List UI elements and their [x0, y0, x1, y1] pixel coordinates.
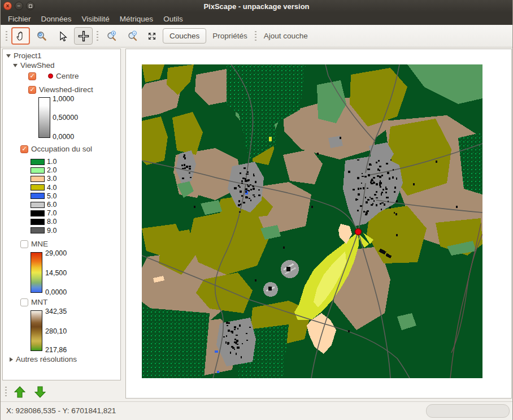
tree-node-viewshed-direct[interactable]: ✓ Viewshed-direct: [28, 85, 93, 94]
tree-node-mnt[interactable]: MNT: [20, 298, 47, 306]
centre-checkbox[interactable]: ✓: [28, 72, 36, 80]
cursor-coordinates: X: 928086,535 - Y: 6701841,821: [6, 406, 116, 415]
zoom-fit-button[interactable]: [144, 27, 160, 45]
legend-class-value: 2.0: [47, 167, 56, 174]
legend-class-row: 2.0: [31, 167, 56, 174]
tree-node-viewshed[interactable]: ViewShed: [13, 61, 55, 70]
ramp-max-label: 29,000: [45, 250, 67, 257]
menu-item[interactable]: Fichier: [3, 14, 36, 24]
legend-class-swatch: [31, 202, 45, 208]
legend-class-swatch: [31, 210, 45, 217]
tree-label-centre: Centre: [56, 72, 79, 80]
legend-class-swatch: [31, 193, 45, 199]
pan-tool-button[interactable]: [11, 27, 30, 45]
occupation-checkbox[interactable]: ✓: [20, 145, 28, 153]
tree-label-occupation: Occupation du sol: [31, 145, 92, 153]
zoom-in-button[interactable]: [102, 27, 121, 45]
viewshed-direct-checkbox[interactable]: ✓: [28, 86, 36, 94]
maximize-button[interactable]: [26, 2, 34, 10]
zoom-in-icon: [106, 31, 118, 42]
menu-item[interactable]: Outils: [158, 14, 188, 24]
expander-icon[interactable]: [6, 54, 11, 58]
legend-class-swatch: [31, 167, 45, 174]
map-view[interactable]: [142, 64, 482, 378]
legend-class-row: 9.0: [31, 227, 56, 234]
magnifier-region-icon: [36, 31, 47, 42]
menu-item[interactable]: Visibilité: [77, 14, 115, 24]
legend-class-swatch: [31, 227, 45, 233]
legend-class-value: 5.0: [47, 193, 56, 200]
legend-class-value: 6.0: [47, 201, 56, 208]
move-layer-up-button[interactable]: [13, 385, 27, 399]
toolbar-grip[interactable]: [6, 31, 7, 41]
select-tool-button[interactable]: [53, 27, 72, 45]
legend-class-row: 1.0: [31, 158, 56, 165]
toolbar-grip[interactable]: [5, 387, 7, 397]
ramp-min-label: 0,0000: [45, 289, 67, 296]
legend-class-row: 3.0: [31, 175, 56, 182]
layer-tree-panel: Project1 ViewShed ✓ Centre ✓ Viewshed-di…: [2, 49, 121, 380]
ramp-max-label: 1,0000: [53, 96, 74, 103]
legend-class-swatch: [31, 184, 45, 190]
toolbar-grip[interactable]: [97, 31, 98, 41]
tree-node-occupation[interactable]: ✓ Occupation du sol: [20, 145, 92, 153]
legend-class-swatch: [31, 159, 45, 165]
layer-order-toolbar: [2, 383, 121, 400]
zoom-region-button[interactable]: [32, 27, 51, 45]
tree-node-mne[interactable]: MNE: [20, 240, 48, 248]
tree-node-autres-resolutions[interactable]: Autres résolutions: [10, 355, 77, 363]
tab-couches[interactable]: Couches: [163, 28, 206, 44]
legend-class-row: 4.0: [31, 184, 56, 191]
menu-item[interactable]: Métriques: [115, 14, 158, 24]
crosshair-tool-button[interactable]: [74, 27, 93, 45]
expand-icon: [147, 31, 157, 41]
toolbar-grip[interactable]: [255, 31, 256, 41]
zoom-out-icon: [127, 31, 138, 42]
centre-point-marker[interactable]: [355, 229, 362, 235]
ramp-min-label: 0,0000: [53, 133, 74, 141]
mnt-checkbox[interactable]: [20, 298, 28, 306]
legend-class-row: 8.0: [31, 218, 56, 225]
tree-label-mnt: MNT: [31, 298, 47, 306]
menu-item[interactable]: Données: [36, 14, 77, 24]
viewshed-color-ramp: [38, 97, 50, 138]
map-panel: [125, 49, 512, 399]
hand-icon: [15, 31, 27, 42]
tab-proprietes[interactable]: Propriétés: [208, 29, 252, 43]
expander-icon[interactable]: [13, 64, 18, 67]
cursor-icon: [57, 31, 68, 42]
legend-class-value: 8.0: [47, 218, 56, 225]
centre-point-icon: [48, 73, 53, 79]
menubar: FichierDonnéesVisibilitéMétriquesOutils: [1, 12, 512, 25]
legend-class-value: 1.0: [47, 158, 56, 165]
legend-class-row: 7.0: [31, 210, 56, 217]
ramp-mid-label: 14,500: [45, 270, 67, 277]
tree-label-viewshed-direct: Viewshed-direct: [39, 85, 93, 94]
toolbar: Couches Propriétés Ajout couche: [1, 25, 512, 47]
ramp-min-label: 217,86: [45, 347, 67, 354]
tree-node-centre[interactable]: ✓ Centre: [28, 72, 79, 80]
tree-node-project[interactable]: Project1: [6, 51, 42, 60]
mnt-color-ramp: [31, 310, 42, 351]
titlebar: × − PixScape - unpackage version: [1, 0, 512, 12]
zoom-out-button[interactable]: [123, 27, 142, 45]
close-button[interactable]: ×: [3, 2, 12, 10]
statusbar: X: 928086,535 - Y: 6701841,821: [1, 401, 512, 420]
legend-class-value: 3.0: [47, 175, 56, 182]
mne-checkbox[interactable]: [20, 240, 28, 248]
legend-class-value: 7.0: [47, 210, 56, 217]
expander-icon[interactable]: [10, 357, 13, 362]
ajout-couche-button[interactable]: Ajout couche: [259, 29, 312, 43]
legend-class-swatch: [31, 176, 45, 182]
legend-class-swatch: [31, 219, 45, 225]
ramp-max-label: 342,35: [45, 308, 67, 315]
minimize-button[interactable]: −: [15, 2, 23, 10]
move-layer-down-button[interactable]: [33, 385, 47, 399]
crosshair-icon: [77, 30, 90, 42]
ramp-mid-label: 280,10: [45, 328, 67, 335]
legend-class-value: 4.0: [47, 184, 56, 191]
tree-label-project: Project1: [14, 51, 42, 60]
mne-color-ramp: [31, 252, 42, 293]
progress-bar: [426, 404, 510, 418]
app-window: × − PixScape - unpackage version Fichier…: [0, 0, 513, 420]
